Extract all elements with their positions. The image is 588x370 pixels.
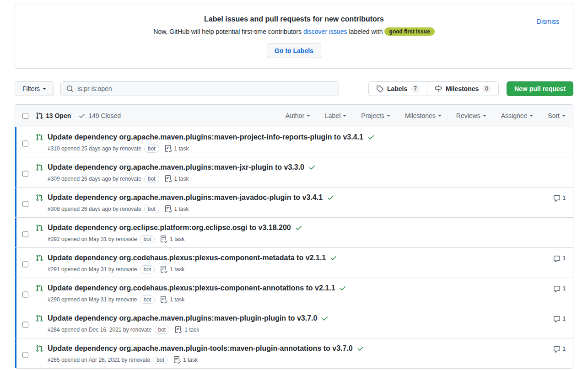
- labels-count-badge: 7: [411, 85, 420, 93]
- milestones-button[interactable]: Milestones 0: [427, 81, 499, 96]
- checks-passed-icon: [321, 315, 329, 322]
- new-pull-request-button[interactable]: New pull request: [507, 81, 573, 96]
- comments-link[interactable]: 1: [553, 346, 566, 353]
- pr-title-line: Update dependency org.apache.maven.plugi…: [48, 192, 546, 203]
- pr-meta: #265 opened on Apr 26, 2021 by renovate …: [48, 356, 546, 364]
- opened-by-text: #309 opened 26 days ago by renovate: [48, 175, 141, 183]
- checklist-icon: [160, 236, 167, 243]
- bot-badge: bot: [140, 295, 155, 304]
- banner-actions: Go to Labels: [22, 43, 566, 58]
- open-pull-request-icon: [36, 134, 43, 153]
- pr-title-link[interactable]: Update dependency org.apache.maven.plugi…: [48, 133, 363, 141]
- pull-requests-page: Dismiss Label issues and pull requests f…: [0, 0, 588, 369]
- pr-meta: #309 opened 26 days ago by renovate bot …: [48, 175, 566, 183]
- pr-row-main: Update dependency org.apache.maven.plugi…: [48, 162, 566, 183]
- milestones-count-badge: 0: [482, 85, 491, 93]
- pr-title-link[interactable]: Update dependency org.apache.maven.plugi…: [48, 163, 304, 171]
- checks-passed-icon: [295, 224, 302, 231]
- select-pr-checkbox[interactable]: [22, 316, 28, 334]
- checks-passed-icon: [339, 284, 346, 292]
- select-pr-checkbox[interactable]: [22, 134, 28, 153]
- filter-bar: Filters Labels 7 Milestones 0: [15, 81, 573, 96]
- checks-passed-icon: [330, 254, 337, 262]
- pr-title-link[interactable]: Update dependency org.codehaus.plexus:pl…: [48, 254, 326, 262]
- pr-title-link[interactable]: Update dependency org.apache.maven.plugi…: [48, 314, 317, 322]
- open-filter-link[interactable]: 13 Open: [36, 112, 71, 119]
- chevron-down-icon: [343, 115, 346, 117]
- open-pull-request-icon: [36, 164, 43, 183]
- search-icon: [66, 85, 74, 92]
- comments-link[interactable]: 1: [553, 255, 566, 263]
- comment-icon: [553, 285, 561, 293]
- closed-filter-link[interactable]: 149 Closed: [78, 112, 121, 119]
- pr-title-line: Update dependency org.codehaus.plexus:pl…: [48, 252, 546, 263]
- select-all-checkbox[interactable]: [22, 113, 28, 119]
- pr-list: Update dependency org.apache.maven.plugi…: [15, 127, 573, 368]
- good-first-issue-badge[interactable]: good first issue: [384, 27, 434, 36]
- search-box[interactable]: [60, 81, 339, 96]
- pr-row: Update dependency org.apache.maven.plugi…: [15, 308, 573, 338]
- pr-title-line: Update dependency org.codehaus.plexus:pl…: [48, 283, 546, 294]
- comment-count: 1: [562, 195, 566, 201]
- pr-title-link[interactable]: Update dependency org.apache.maven.plugi…: [48, 193, 323, 201]
- chevron-down-icon: [307, 115, 310, 117]
- select-pr-checkbox[interactable]: [22, 255, 28, 273]
- filters-dropdown[interactable]: Filters: [15, 81, 54, 96]
- banner-subtitle: Now, GitHub will help potential first-ti…: [22, 27, 566, 36]
- dismiss-link[interactable]: Dismiss: [537, 18, 559, 25]
- projects-filter-dropdown[interactable]: Projects: [361, 112, 390, 119]
- sort-dropdown[interactable]: Sort: [548, 112, 566, 119]
- author-filter-dropdown[interactable]: Author: [286, 112, 310, 119]
- label-filter-dropdown[interactable]: Label: [325, 112, 346, 119]
- task-count-label: 1 task: [170, 265, 184, 273]
- comments-link[interactable]: 1: [553, 195, 566, 202]
- chevron-down-icon: [43, 88, 46, 90]
- pr-title-link[interactable]: Update dependency org.codehaus.plexus:pl…: [48, 284, 335, 292]
- select-pr-checkbox[interactable]: [22, 285, 28, 304]
- milestones-filter-dropdown[interactable]: Milestones: [405, 112, 442, 119]
- pr-title-line: Update dependency org.apache.maven.plugi…: [48, 313, 546, 324]
- bot-badge: bot: [144, 145, 159, 153]
- pr-row: Update dependency org.apache.maven.plugi…: [15, 338, 573, 368]
- go-to-labels-button[interactable]: Go to Labels: [267, 43, 321, 58]
- pr-row: Update dependency org.apache.maven.plugi…: [15, 187, 573, 217]
- comments-link[interactable]: 1: [553, 285, 566, 293]
- task-progress: 1 task: [173, 356, 198, 364]
- pr-title-link[interactable]: Update dependency org.eclipse.platform:o…: [48, 224, 291, 231]
- pr-row-main: Update dependency org.codehaus.plexus:pl…: [48, 283, 546, 304]
- comments-link[interactable]: 1: [553, 316, 566, 323]
- checklist-icon: [165, 145, 172, 152]
- pr-row: Update dependency org.codehaus.plexus:pl…: [15, 247, 573, 278]
- pr-title-line: Update dependency org.apache.maven.plugi…: [48, 343, 546, 354]
- select-pr-checkbox[interactable]: [22, 195, 28, 213]
- discover-issues-link[interactable]: discover issues: [303, 28, 347, 35]
- tag-icon: [376, 85, 383, 92]
- search-input[interactable]: [77, 85, 333, 92]
- pr-meta: #291 opened on May 31 by renovate bot 1 …: [48, 265, 546, 273]
- assignee-filter-dropdown[interactable]: Assignee: [501, 112, 534, 119]
- task-count-label: 1 task: [174, 145, 189, 153]
- labels-milestones-group: Labels 7 Milestones 0: [368, 81, 499, 96]
- pull-request-icon: [36, 112, 43, 119]
- select-pr-checkbox[interactable]: [22, 225, 28, 243]
- closed-count-label: 149 Closed: [88, 112, 121, 119]
- opened-by-text: #310 opened 25 days ago by renovate: [48, 145, 141, 153]
- checklist-icon: [175, 326, 182, 333]
- milestone-icon: [435, 85, 442, 92]
- task-count-label: 1 task: [170, 295, 184, 304]
- select-pr-checkbox[interactable]: [22, 165, 28, 183]
- task-progress: 1 task: [165, 205, 189, 213]
- opened-by-text: #290 opened on May 31 by renovate: [48, 295, 137, 304]
- open-pull-request-icon: [36, 345, 43, 364]
- pr-title-link[interactable]: Update dependency org.apache.maven.plugi…: [48, 344, 353, 352]
- labels-label: Labels: [387, 84, 407, 93]
- labels-button[interactable]: Labels 7: [368, 81, 427, 96]
- checks-passed-icon: [327, 194, 334, 201]
- reviews-filter-dropdown[interactable]: Reviews: [456, 112, 486, 119]
- checks-passed-icon: [367, 134, 375, 141]
- pr-title-line: Update dependency org.eclipse.platform:o…: [48, 222, 566, 233]
- select-pr-checkbox[interactable]: [22, 346, 28, 364]
- pr-meta: #292 opened on May 31 by renovate bot 1 …: [48, 235, 566, 243]
- sort-label: Sort: [548, 112, 560, 119]
- opened-by-text: #265 opened on Apr 26, 2021 by renovate: [48, 356, 150, 364]
